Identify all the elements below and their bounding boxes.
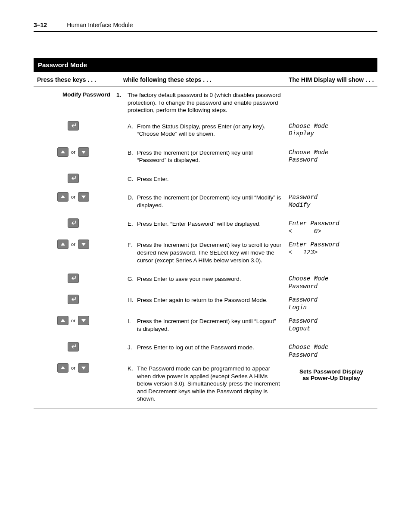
enter-key-icon: [68, 342, 79, 352]
item-marker: I.: [116, 317, 137, 333]
item-text: Press Enter.: [137, 175, 282, 183]
him-display-text: Choose Mode Password: [289, 269, 374, 290]
list-item: B.Press the Increment (or Decrement) key…: [116, 143, 282, 169]
item-marker: E.: [116, 220, 137, 228]
him-display-text: Password Logout: [289, 311, 374, 333]
item-marker: A.: [116, 123, 137, 138]
list-item: J.Press Enter to log out of the Password…: [116, 338, 282, 357]
him-display-text: Enter Password < 0>: [289, 214, 374, 235]
list-item: I.Press the Increment (or Decrement) key…: [116, 311, 282, 338]
him-display-text: Enter Password < 123>: [289, 235, 374, 256]
table-row: orK.The Password mode can be programmed …: [34, 359, 377, 408]
header-rule: [34, 31, 377, 32]
him-display-text: Choose Mode Display: [289, 117, 374, 138]
list-item: 1.The factory default password is 0 (whi…: [116, 87, 282, 117]
table-row: C.Press Enter.: [34, 169, 377, 188]
running-header: 3–12 Human Interface Module: [34, 22, 377, 28]
item-text: Press Enter again to return to the Passw…: [137, 296, 282, 304]
procedure-title: Modify Password: [34, 87, 113, 98]
list-item: H.Press Enter again to return to the Pas…: [116, 290, 282, 309]
section-title-bar: Password Mode: [34, 58, 377, 72]
column-headers: Press these keys . . . while following t…: [34, 72, 377, 87]
enter-key-icon: [68, 174, 79, 183]
item-marker: B.: [116, 149, 137, 164]
table-row: H.Press Enter again to return to the Pas…: [34, 290, 377, 311]
col-header-display: The HIM Display will show . . .: [285, 72, 377, 87]
decrement-key-icon: [78, 316, 89, 325]
item-text: The Password mode can be programmed to a…: [137, 365, 282, 403]
enter-key-icon: [68, 218, 79, 228]
increment-key-icon: [57, 147, 68, 157]
list-item: K.The Password mode can be programmed to…: [116, 359, 282, 408]
table-row: orB.Press the Increment (or Decrement) k…: [34, 143, 377, 169]
decrement-key-icon: [78, 147, 89, 157]
enter-key-icon: [68, 295, 79, 304]
him-display-text: Choose Mode Password: [289, 143, 374, 164]
table-row: orI.Press the Increment (or Decrement) k…: [34, 311, 377, 338]
increment-key-icon: [57, 240, 68, 249]
or-label: or: [71, 318, 75, 323]
item-text: Press the Increment (or Decrement) key u…: [137, 194, 282, 209]
list-item: G.Press Enter to save your new password.: [116, 269, 282, 288]
him-display-text: Password Login: [289, 290, 374, 311]
item-text: From the Status Display, press Enter (or…: [137, 123, 282, 138]
enter-key-icon: [68, 121, 79, 131]
list-item: D.Press the Increment (or Decrement) key…: [116, 188, 282, 214]
decrement-key-icon: [78, 240, 89, 249]
decrement-key-icon: [78, 363, 89, 373]
item-text: Press the Increment (or Decrement) key u…: [137, 317, 282, 333]
decrement-key-icon: [78, 192, 89, 202]
or-label: or: [71, 242, 75, 247]
increment-key-icon: [57, 316, 68, 325]
item-marker: H.: [116, 296, 137, 304]
list-item: F.Press the Increment (or Decrement) key…: [116, 235, 282, 269]
or-label: or: [71, 365, 75, 370]
list-item: C.Press Enter.: [116, 169, 282, 188]
chapter-title: Human Interface Module: [67, 22, 133, 28]
enter-key-icon: [68, 274, 79, 283]
table-row: Modify Password1.The factory default pas…: [34, 87, 377, 117]
item-text: Press Enter to log out of the Password m…: [137, 344, 282, 352]
table-bottom-rule: [34, 408, 377, 408]
table-row: A.From the Status Display, press Enter (…: [34, 117, 377, 143]
item-marker: D.: [116, 194, 137, 209]
item-marker: F.: [116, 241, 137, 264]
table-row: G.Press Enter to save your new password.…: [34, 269, 377, 290]
table-row: orD.Press the Increment (or Decrement) k…: [34, 188, 377, 214]
him-display-text: Choose Mode Password: [289, 338, 374, 359]
item-text: Press the Increment (or Decrement) key t…: [137, 241, 282, 264]
item-marker: 1.: [116, 91, 128, 114]
item-marker: C.: [116, 175, 137, 183]
increment-key-icon: [57, 363, 68, 373]
list-item: A.From the Status Display, press Enter (…: [116, 117, 282, 143]
or-label: or: [71, 149, 75, 155]
item-text: Press Enter. “Enter Password” will be di…: [137, 220, 282, 228]
item-marker: K.: [116, 365, 137, 403]
item-marker: J.: [116, 344, 137, 352]
item-text: Press Enter to save your new password.: [137, 275, 282, 283]
page-number: 3–12: [34, 22, 47, 28]
increment-key-icon: [57, 192, 68, 202]
item-text: The factory default password is 0 (which…: [128, 91, 282, 114]
table-row: orF.Press the Increment (or Decrement) k…: [34, 235, 377, 269]
table-row: J.Press Enter to log out of the Password…: [34, 338, 377, 359]
col-header-keys: Press these keys . . .: [34, 72, 120, 87]
or-label: or: [71, 194, 75, 199]
him-display-text: Password Modify: [289, 188, 374, 209]
him-display-note: Sets Password Displayas Power-Up Display: [289, 359, 374, 381]
item-text: Press the Increment (or Decrement) key u…: [137, 149, 282, 164]
item-marker: G.: [116, 275, 137, 283]
col-header-steps: while following these steps . . .: [120, 72, 285, 87]
list-item: E.Press Enter. “Enter Password” will be …: [116, 214, 282, 233]
table-row: E.Press Enter. “Enter Password” will be …: [34, 214, 377, 235]
